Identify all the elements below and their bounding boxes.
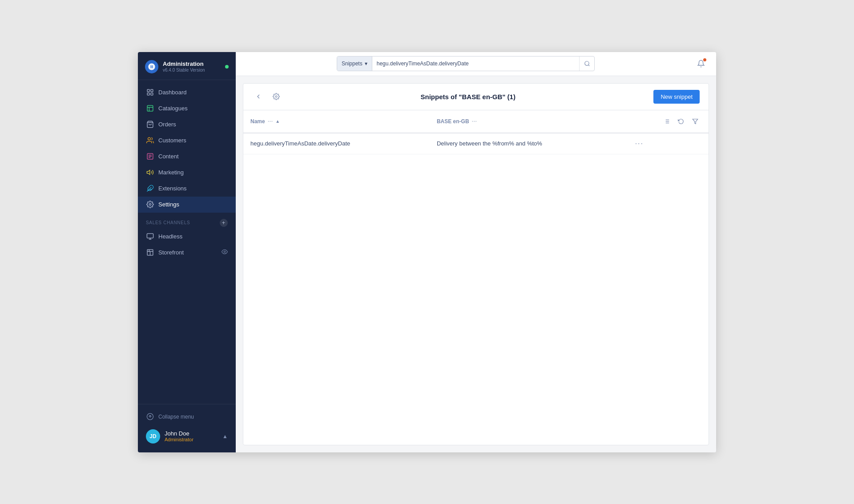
svg-point-17 <box>149 203 151 205</box>
user-info: John Doe Administrator <box>165 430 193 442</box>
app-version: v6.4.0 Stable Version <box>163 68 205 73</box>
svg-rect-1 <box>147 89 149 92</box>
main-content: Snippets ▾ <box>236 52 716 452</box>
th-basegb-dots: ··· <box>472 118 477 125</box>
table-filter-btn[interactable] <box>689 115 701 128</box>
snippet-value-cell: Delivery between the %from% and %to% <box>430 133 625 154</box>
sidebar-item-label: Headless <box>158 233 182 240</box>
sidebar-item-orders[interactable]: Orders <box>138 117 236 133</box>
app-name: Administration <box>163 60 205 68</box>
storefront-eye-icon <box>222 249 228 256</box>
snippet-actions-cell: ··· <box>625 133 653 154</box>
collapse-menu-btn[interactable]: Collapse menu <box>138 409 236 425</box>
svg-marker-37 <box>693 119 698 124</box>
table-head: Name ··· ▲ BASE en-GB ··· <box>243 110 709 133</box>
headless-icon <box>146 233 154 241</box>
add-sales-channel-btn[interactable]: + <box>220 219 228 227</box>
marketing-icon <box>146 169 154 177</box>
svg-point-9 <box>148 137 150 140</box>
customers-icon <box>146 137 154 145</box>
sidebar: Administration v6.4.0 Stable Version Das… <box>138 52 236 452</box>
chevron-down-icon: ▾ <box>365 60 367 67</box>
snippet-name-cell: hegu.deliveryTimeAsDate.deliveryDate <box>243 133 430 154</box>
sidebar-item-label: Marketing <box>158 169 184 176</box>
user-chevron-icon: ▲ <box>222 433 228 439</box>
sidebar-item-headless[interactable]: Headless <box>138 229 236 245</box>
topbar: Snippets ▾ <box>236 52 716 76</box>
storefront-icon <box>146 249 154 257</box>
app-logo <box>145 60 158 73</box>
sidebar-item-content[interactable]: Content <box>138 149 236 165</box>
search-pill[interactable]: Snippets ▾ <box>337 56 372 71</box>
sidebar-item-label: Orders <box>158 121 176 128</box>
notifications-btn[interactable] <box>693 56 709 72</box>
sidebar-item-catalogues[interactable]: Catalogues <box>138 101 236 117</box>
sidebar-item-settings[interactable]: Settings <box>138 197 236 213</box>
row-more-btn[interactable]: ··· <box>632 139 646 149</box>
settings-icon <box>146 201 154 209</box>
app-title-group: Administration v6.4.0 Stable Version <box>163 60 205 73</box>
svg-marker-14 <box>147 170 149 175</box>
sidebar-item-label: Catalogues <box>158 105 188 112</box>
sidebar-item-label: Content <box>158 153 179 160</box>
sidebar-item-label: Extensions <box>158 185 187 192</box>
th-right-tools <box>653 110 709 133</box>
back-btn[interactable] <box>252 90 265 103</box>
page-area: Snippets of "BASE en-GB" (1) New snippet… <box>243 83 709 445</box>
table-body: hegu.deliveryTimeAsDate.deliveryDate Del… <box>243 133 709 154</box>
page-header: Snippets of "BASE en-GB" (1) New snippet <box>243 84 709 110</box>
sidebar-item-extensions[interactable]: Extensions <box>138 181 236 197</box>
svg-point-28 <box>584 61 588 65</box>
th-name: Name ··· ▲ <box>243 110 430 133</box>
sidebar-item-label: Settings <box>158 201 179 208</box>
sidebar-item-dashboard[interactable]: Dashboard <box>138 85 236 101</box>
user-role: Administrator <box>165 437 193 442</box>
sidebar-item-label: Storefront <box>158 249 184 256</box>
table-row: hegu.deliveryTimeAsDate.deliveryDate Del… <box>243 133 709 154</box>
orders-icon <box>146 121 154 129</box>
search-bar: Snippets ▾ <box>337 56 595 71</box>
table-refresh-btn[interactable] <box>675 115 687 128</box>
sidebar-item-customers[interactable]: Customers <box>138 133 236 149</box>
sidebar-footer: Collapse menu JD John Doe Administrator … <box>138 404 236 452</box>
content-icon <box>146 153 154 161</box>
th-base-gb: BASE en-GB ··· <box>430 110 625 133</box>
topbar-right <box>693 56 709 72</box>
snippets-table-wrapper: Name ··· ▲ BASE en-GB ··· <box>243 110 709 445</box>
extensions-icon <box>146 185 154 193</box>
th-sort-icon[interactable]: ▲ <box>275 119 280 124</box>
new-snippet-btn[interactable]: New snippet <box>653 90 700 104</box>
collapse-icon <box>146 413 154 421</box>
th-actions-col <box>625 110 653 133</box>
dashboard-icon <box>146 89 154 97</box>
sidebar-item-storefront[interactable]: Storefront <box>138 245 236 261</box>
snippets-table: Name ··· ▲ BASE en-GB ··· <box>243 110 709 154</box>
sidebar-item-label: Customers <box>158 137 186 144</box>
search-pill-label: Snippets <box>342 60 363 67</box>
catalogues-icon <box>146 105 154 113</box>
table-list-view-btn[interactable] <box>661 115 673 128</box>
svg-line-29 <box>588 65 589 66</box>
search-submit-btn[interactable] <box>579 56 594 71</box>
sidebar-item-label: Dashboard <box>158 89 187 96</box>
svg-rect-18 <box>147 234 153 238</box>
sales-channels-section: Sales Channels + <box>138 213 236 229</box>
avatar: JD <box>146 429 160 444</box>
status-dot <box>225 65 229 69</box>
main-nav: Dashboard Catalogues <box>138 80 236 404</box>
search-input[interactable] <box>372 60 579 67</box>
sidebar-item-marketing[interactable]: Marketing <box>138 165 236 181</box>
user-name: John Doe <box>165 430 193 437</box>
svg-point-23 <box>224 251 226 253</box>
gear-settings-btn[interactable] <box>270 90 282 103</box>
svg-rect-3 <box>147 93 149 95</box>
th-name-dots: ··· <box>268 118 273 125</box>
snippet-extra-cell <box>653 133 709 154</box>
svg-rect-2 <box>150 89 153 92</box>
page-title: Snippets of "BASE en-GB" (1) <box>288 93 648 101</box>
user-profile-row[interactable]: JD John Doe Administrator ▲ <box>138 425 236 446</box>
sidebar-header: Administration v6.4.0 Stable Version <box>138 52 236 80</box>
svg-rect-5 <box>147 105 153 111</box>
svg-rect-4 <box>150 93 153 95</box>
svg-point-30 <box>275 96 277 97</box>
